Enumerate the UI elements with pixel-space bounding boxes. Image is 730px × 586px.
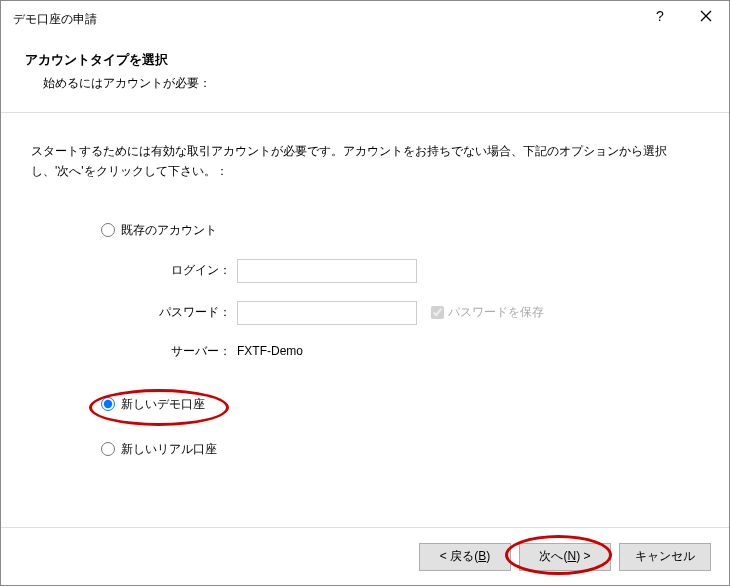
dialog-window: デモ口座の申請 ? アカウントタイプを選択 始めるにはアカウントが必要： スター… (0, 0, 730, 586)
radio-new-demo-input[interactable] (101, 397, 115, 411)
radio-new-real[interactable]: 新しいリアル口座 (101, 441, 699, 458)
options-block: 既存のアカウント ログイン： パスワード： パスワードを保存 サーバー： FXT… (101, 222, 699, 458)
help-icon[interactable]: ? (637, 1, 683, 31)
save-password-checkbox[interactable]: パスワードを保存 (431, 304, 544, 321)
radio-existing-input[interactable] (101, 223, 115, 237)
password-label: パスワード： (131, 304, 231, 321)
back-button-label: < 戻る(B) (440, 549, 490, 563)
header-subtitle: 始めるにはアカウントが必要： (25, 75, 705, 92)
header-block: アカウントタイプを選択 始めるにはアカウントが必要： (1, 37, 729, 104)
server-label: サーバー： (131, 343, 231, 360)
password-row: パスワード： パスワードを保存 (131, 301, 699, 325)
cancel-button[interactable]: キャンセル (619, 543, 711, 571)
save-password-input[interactable] (431, 306, 444, 319)
save-password-label: パスワードを保存 (448, 304, 544, 321)
login-row: ログイン： (131, 259, 699, 283)
next-button[interactable]: 次へ(N) > (519, 543, 611, 571)
radio-new-demo[interactable]: 新しいデモ口座 (101, 396, 699, 413)
radio-new-real-input[interactable] (101, 442, 115, 456)
back-button[interactable]: < 戻る(B) (419, 543, 511, 571)
content-area: スタートするためには有効な取引アカウントが必要です。アカウントをお持ちでない場合… (1, 113, 729, 488)
instruction-text: スタートするためには有効な取引アカウントが必要です。アカウントをお持ちでない場合… (31, 141, 699, 182)
login-input[interactable] (237, 259, 417, 283)
server-row: サーバー： FXTF-Demo (131, 343, 699, 360)
radio-new-real-label: 新しいリアル口座 (121, 441, 217, 458)
next-button-label: 次へ(N) > (539, 549, 590, 563)
header-title: アカウントタイプを選択 (25, 51, 705, 69)
button-bar: < 戻る(B) 次へ(N) > キャンセル (1, 527, 729, 585)
titlebar: デモ口座の申請 ? (1, 1, 729, 37)
titlebar-buttons: ? (637, 1, 729, 31)
close-icon[interactable] (683, 1, 729, 31)
window-title: デモ口座の申請 (13, 11, 97, 28)
login-label: ログイン： (131, 262, 231, 279)
radio-existing-account[interactable]: 既存のアカウント (101, 222, 699, 239)
radio-new-demo-label: 新しいデモ口座 (121, 396, 205, 413)
password-input[interactable] (237, 301, 417, 325)
radio-existing-label: 既存のアカウント (121, 222, 217, 239)
server-value: FXTF-Demo (237, 344, 303, 358)
